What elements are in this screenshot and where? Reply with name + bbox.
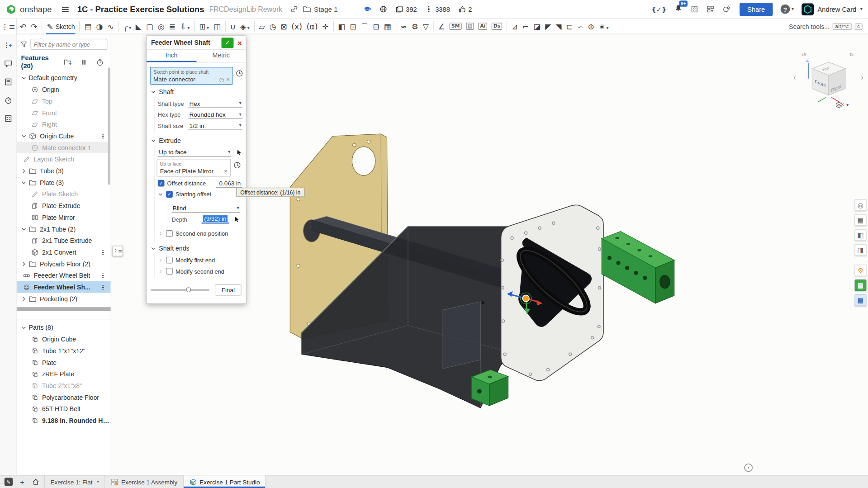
part-row[interactable]: zREF Plate: [17, 368, 111, 380]
toolbar-button[interactable]: ⊿: [509, 19, 520, 34]
feature-row[interactable]: Pocketing (2): [17, 293, 111, 304]
ai-assistant-icon[interactable]: [722, 5, 730, 13]
starting-offset-checkbox[interactable]: [166, 191, 173, 198]
viewport-3d[interactable]: [0, 34, 868, 475]
avatar[interactable]: [802, 3, 814, 15]
hamburger-menu-icon[interactable]: [61, 5, 70, 14]
right-panel-button[interactable]: ⚙: [855, 265, 867, 276]
part-row[interactable]: 9.188 In. Rounded He...: [17, 415, 111, 426]
mate-connector-toggle-icon[interactable]: [233, 161, 241, 169]
part-row[interactable]: Tube 1"x1"x12": [17, 345, 111, 356]
regenerate-timer-icon[interactable]: [96, 58, 104, 66]
toolbar-button[interactable]: ▦: [382, 19, 394, 34]
strip-tool-icon[interactable]: [4, 114, 13, 123]
toolbar-button[interactable]: ◪: [531, 19, 543, 34]
notifications-bell[interactable]: 9+: [674, 4, 683, 14]
right-panel-button[interactable]: ◨: [855, 244, 867, 256]
feature-row[interactable]: Right: [17, 118, 111, 130]
chevron-right-icon[interactable]: [158, 231, 163, 236]
offset-distance-checkbox[interactable]: [158, 180, 165, 187]
toolbar-button[interactable]: ⇩: [178, 19, 192, 34]
toolbar-button[interactable]: ▽: [421, 19, 431, 34]
right-panel-button[interactable]: ◧: [855, 229, 867, 241]
feature-row[interactable]: Default geometry: [17, 72, 111, 84]
toolbar-button[interactable]: ⊞: [197, 19, 211, 34]
part-row[interactable]: Plate: [17, 356, 111, 368]
public-globe-icon[interactable]: [379, 5, 388, 13]
document-title[interactable]: 1C - Practice Exercise Solutions: [77, 5, 204, 14]
tree-chevron-icon[interactable]: [21, 261, 29, 266]
folder-name[interactable]: Stage 1: [314, 5, 338, 13]
help-chevron-icon[interactable]: ▾: [792, 7, 794, 12]
toolbar-button[interactable]: ⚙: [409, 19, 421, 34]
extrude-mode-dropdown[interactable]: Up to face: [158, 148, 232, 156]
toolbar-button[interactable]: ⊟: [370, 19, 381, 34]
modify-second-end-checkbox[interactable]: [166, 268, 173, 275]
section-shaft[interactable]: Shaft: [151, 89, 244, 95]
overflow-dots-icon[interactable]: [100, 284, 106, 290]
tree-chevron-icon[interactable]: [21, 168, 29, 173]
slider-knob[interactable]: [186, 287, 191, 292]
add-tab-button[interactable]: [18, 478, 27, 487]
toolbar-button[interactable]: ↶: [18, 19, 28, 34]
tab-metric[interactable]: Metric: [196, 50, 246, 62]
toolbar-button[interactable]: (α): [304, 19, 320, 34]
feature-row[interactable]: Layout Sketch: [17, 153, 111, 165]
toolbar-button[interactable]: ▤: [82, 19, 94, 34]
toolbar-button[interactable]: ∽: [574, 19, 585, 34]
overflow-dots-icon[interactable]: [100, 249, 106, 256]
tree-chevron-icon[interactable]: [21, 180, 29, 185]
part-row[interactable]: Origin Cube: [17, 333, 111, 345]
strip-tool-icon[interactable]: [4, 59, 13, 68]
toolbar-button[interactable]: ⌐: [520, 19, 531, 34]
learning-center-icon[interactable]: [363, 5, 371, 13]
part-row[interactable]: Polycarbonate Floor: [17, 391, 111, 403]
filter-icon[interactable]: [20, 40, 28, 48]
clear-selection-icon[interactable]: ×: [226, 76, 230, 83]
final-button[interactable]: Final: [215, 284, 242, 295]
app-store-icon[interactable]: [707, 5, 715, 13]
task-list-icon[interactable]: [690, 5, 698, 13]
hex-type-dropdown[interactable]: Rounded hex: [188, 110, 242, 118]
strip-tool-icon[interactable]: [4, 41, 13, 50]
tree-chevron-icon[interactable]: [21, 133, 29, 138]
toolbar-button[interactable]: ∠: [436, 19, 447, 34]
part-row[interactable]: Tube 2"x1"x8": [17, 380, 111, 392]
modify-first-end-checkbox[interactable]: [166, 257, 173, 264]
feature-row[interactable]: Plate Extrude: [17, 200, 111, 212]
mate-connector-toggle-icon[interactable]: [235, 69, 243, 77]
toolbar-button[interactable]: ◧: [336, 19, 347, 34]
chevron-down-icon[interactable]: [605, 21, 608, 32]
feature-row[interactable]: 2x1 Tube Extrude: [17, 235, 111, 246]
shaft-size-dropdown[interactable]: 1/2 in.: [188, 122, 242, 130]
panel-scrollbar[interactable]: [108, 67, 110, 185]
toolbar-button[interactable]: ✎ Sketch: [44, 19, 77, 34]
chevron-down-icon[interactable]: [97, 479, 99, 484]
share-button[interactable]: Share: [740, 3, 773, 16]
search-tools[interactable]: Search tools... alt/⌥ c: [789, 19, 868, 34]
syntax-check-icon[interactable]: {✓}: [651, 5, 666, 13]
chevron-down-icon[interactable]: [128, 21, 131, 32]
part-row[interactable]: 65T HTD Belt: [17, 403, 111, 415]
user-chevron-icon[interactable]: ▾: [860, 7, 863, 12]
chevron-right-icon[interactable]: [158, 257, 163, 263]
feature-row[interactable]: 2x1 Tube (2): [17, 223, 111, 235]
copies-icon[interactable]: [395, 5, 403, 13]
toolbar-button[interactable]: ◣: [133, 19, 144, 34]
cancel-button[interactable]: ×: [233, 38, 246, 47]
tree-chevron-icon[interactable]: [21, 296, 29, 301]
toolbar-button[interactable]: ◈: [238, 19, 251, 34]
toolbar-button[interactable]: ⊏: [564, 19, 574, 34]
clear-selection-icon[interactable]: ×: [224, 168, 228, 175]
shaft-type-dropdown[interactable]: Hex: [188, 99, 242, 108]
toolbar-button[interactable]: ⋮≡: [0, 19, 17, 34]
document-tab[interactable]: Exercise 1 Part Studio: [184, 475, 266, 488]
feature-row[interactable]: Feeder Wheel Sh...: [17, 281, 111, 293]
starting-offset-dropdown[interactable]: Blind: [171, 204, 240, 212]
rollback-bar[interactable]: [17, 307, 111, 311]
toolbar-button[interactable]: ⊡: [347, 19, 358, 34]
feature-row[interactable]: Mate connector 1: [17, 142, 111, 153]
sketch-point-field[interactable]: Sketch point to place shaft Mate connect…: [150, 67, 233, 85]
filter-input[interactable]: [30, 39, 107, 50]
feature-row[interactable]: Origin Cube: [17, 130, 111, 142]
